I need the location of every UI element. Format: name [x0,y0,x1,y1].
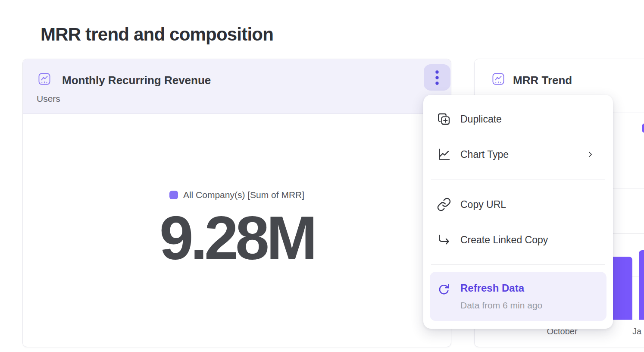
card-subtitle: Users [37,94,60,104]
legend-swatch [169,191,178,199]
refresh-caption: Data from 6 min ago [460,300,542,311]
chart-icon [38,72,51,86]
chevron-right-icon [585,150,595,159]
legend-swatch [642,123,644,133]
menu-divider [431,179,605,179]
legend: All Company(s) [Sum of MRR] [23,190,451,200]
menu-divider [431,264,605,265]
x-axis-label: Ja [632,327,641,336]
mrr-composition-card-header: Monthly Recurring Revenue Users [23,59,451,114]
bar-partial[interactable] [639,250,644,320]
menu-item-label: Duplicate [460,113,502,125]
chart-type-icon [437,147,451,162]
menu-item-create-linked-copy[interactable]: Create Linked Copy [430,229,606,251]
card-options-button[interactable] [424,64,450,91]
bar-october[interactable] [610,257,632,320]
menu-item-label: Copy URL [460,199,506,211]
chart-icon [491,72,505,86]
context-menu: Duplicate Chart Type [423,95,613,329]
menu-item-chart-type[interactable]: Chart Type [430,143,606,166]
card-title: Monthly Recurring Revenue [62,74,211,87]
menu-item-label: Create Linked Copy [460,234,548,246]
menu-item-refresh-data[interactable]: Refresh Data Data from 6 min ago [430,272,606,321]
legend-label: All Company(s) [Sum of MRR] [183,190,304,200]
menu-item-label: Refresh Data [460,282,524,294]
card-title: MRR Trend [513,74,572,87]
duplicate-icon [437,112,451,126]
kebab-menu-icon [435,69,439,86]
refresh-icon [437,283,451,297]
corner-down-right-icon [437,233,451,247]
menu-item-label: Chart Type [460,149,509,160]
mrr-composition-card: Monthly Recurring Revenue Users All Comp… [22,59,451,347]
menu-item-copy-url[interactable]: Copy URL [430,193,606,216]
metric-value: 9.28M [23,207,451,269]
link-icon [437,197,451,212]
dashboard: MRR trend and composition Monthly Recurr… [0,0,644,352]
menu-item-duplicate[interactable]: Duplicate [430,108,606,130]
page-title: MRR trend and composition [41,24,273,45]
